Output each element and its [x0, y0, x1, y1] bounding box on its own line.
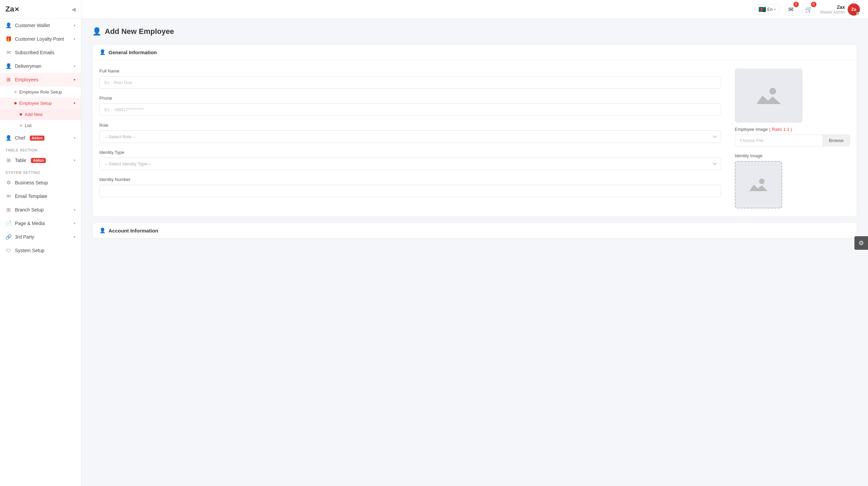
- sidebar-subitem-employee-setup[interactable]: Employee Setup ▾: [0, 98, 81, 109]
- user-role: Master Admin: [820, 10, 845, 15]
- identity-number-label: Identity Number: [99, 177, 721, 182]
- chevron-down-icon: ▾: [74, 208, 76, 212]
- table-icon: ⊞: [5, 157, 12, 163]
- sidebar-item-label: Subscribed Emails: [15, 50, 54, 55]
- employees-submenu: Employee Role Setup Employee Setup ▾ Add…: [0, 86, 81, 131]
- svg-point-0: [769, 88, 776, 95]
- phone-label: Phone: [99, 96, 721, 101]
- 3rd-party-icon: 🔗: [5, 234, 12, 240]
- general-info-card: 👤 General Information Full Name Phone: [92, 44, 857, 217]
- identity-type-select[interactable]: ---Select Identity Type---: [99, 158, 721, 170]
- dot-icon: [20, 113, 22, 116]
- sidebar-item-page-media[interactable]: 📄 Page & Media ▾: [0, 217, 81, 230]
- addon-badge: Addon: [31, 158, 46, 163]
- email-template-icon: ✉: [5, 193, 12, 199]
- employee-image-file-input: Choose File Browse: [735, 135, 850, 146]
- loyalty-icon: 🎁: [5, 36, 12, 42]
- dot-icon: [14, 91, 17, 93]
- settings-fab-button[interactable]: ⚙: [854, 236, 868, 250]
- identity-image-label: Identity Image: [735, 153, 763, 158]
- section-label: General Information: [108, 49, 157, 55]
- notifications-button[interactable]: ✉ 0: [785, 3, 797, 16]
- avatar[interactable]: Za: [848, 3, 860, 16]
- dot-icon: [14, 102, 17, 104]
- phone-input[interactable]: [99, 103, 721, 116]
- chevron-down-icon: ▾: [74, 64, 76, 68]
- cart-button[interactable]: 🛒 0: [803, 3, 815, 16]
- user-icon: 👤: [99, 49, 106, 55]
- main-content: 👤 Add New Employee 👤 General Information…: [81, 19, 868, 486]
- system-setting-label: SYSTEM SETTING: [0, 167, 81, 176]
- sidebar-item-label: 3rd Party: [15, 234, 34, 240]
- sidebar-subitem-label: Employee Setup: [19, 101, 52, 106]
- file-input-text: Choose File: [735, 135, 823, 146]
- sidebar-item-deliveryman[interactable]: 👤 Deliveryman ▾: [0, 59, 81, 73]
- logo-text: Za: [5, 5, 14, 13]
- email-icon: ✉: [5, 49, 12, 56]
- chevron-down-icon: ▾: [74, 101, 76, 105]
- online-indicator: [856, 12, 860, 15]
- customer-wallet-icon: 👤: [5, 22, 12, 28]
- svg-point-1: [759, 179, 765, 184]
- sidebar-item-subscribed-emails[interactable]: ✉ Subscribed Emails: [0, 46, 81, 59]
- sidebar-item-label: Employees: [15, 77, 38, 82]
- notifications-badge: 0: [793, 2, 799, 7]
- identity-image-placeholder-icon: [748, 176, 769, 194]
- sidebar-item-chef[interactable]: 👤 Chef Addon ▾: [0, 131, 81, 145]
- sidebar: Za✕ ◀ 👤 Customer Wallet ▾ 🎁 Customer Loy…: [0, 0, 81, 486]
- avatar-text: Za: [851, 7, 856, 12]
- language-label: En: [767, 7, 773, 12]
- chevron-down-icon: ▾: [74, 78, 76, 82]
- cart-icon: 🛒: [805, 6, 812, 13]
- identity-number-group: Identity Number: [99, 177, 721, 197]
- sidebar-item-branch-setup[interactable]: ⊞ Branch Setup ▾: [0, 203, 81, 217]
- sidebar-item-system-setup[interactable]: 🛡 System Setup: [0, 244, 81, 257]
- sidebar-item-3rd-party[interactable]: 🔗 3rd Party ▾: [0, 230, 81, 244]
- sidebar-subsubitem-add-new[interactable]: Add New: [0, 109, 81, 120]
- sidebar-item-customer-loyalty[interactable]: 🎁 Customer Loyalty Point ▾: [0, 32, 81, 46]
- sidebar-item-employees[interactable]: ⊞ Employees ▾: [0, 73, 81, 86]
- cart-badge: 0: [811, 2, 816, 7]
- phone-group: Phone: [99, 96, 721, 116]
- chevron-down-icon: ▾: [74, 136, 76, 140]
- sidebar-item-label: Customer Loyalty Point: [15, 36, 64, 42]
- sidebar-logo: Za✕ ◀: [0, 0, 81, 19]
- user-profile[interactable]: Zax Master Admin Za: [820, 3, 860, 16]
- sidebar-subsubitem-label: List: [25, 123, 32, 128]
- mail-icon: ✉: [788, 6, 793, 13]
- chevron-down-icon: ▾: [74, 37, 76, 41]
- identity-number-input[interactable]: [99, 185, 721, 197]
- browse-button[interactable]: Browse: [823, 135, 850, 146]
- full-name-label: Full Name: [99, 68, 721, 74]
- main-area: 🇧🇩 En ▾ ✉ 0 🛒 0 Zax Master Admin Za 👤: [81, 0, 868, 486]
- full-name-input[interactable]: [99, 76, 721, 89]
- language-selector[interactable]: 🇧🇩 En ▾: [755, 4, 780, 15]
- role-label: Role: [99, 123, 721, 128]
- chevron-down-icon: ▾: [774, 7, 776, 11]
- sidebar-item-label: Email Template: [15, 194, 47, 199]
- sidebar-subsubitem-label: Add New: [25, 112, 43, 117]
- gear-icon: ⚙: [859, 239, 864, 247]
- sidebar-item-label: Business Setup: [15, 180, 48, 185]
- sidebar-item-business-setup[interactable]: ⚙ Business Setup: [0, 176, 81, 189]
- chevron-down-icon: ▾: [74, 221, 76, 226]
- user-name: Zax: [820, 4, 845, 10]
- sidebar-subsubitem-list[interactable]: List: [0, 120, 81, 131]
- sidebar-subitem-label: Employee Role Setup: [19, 89, 62, 95]
- sidebar-item-customer-wallet[interactable]: 👤 Customer Wallet ▾: [0, 19, 81, 32]
- sidebar-item-label: System Setup: [15, 248, 44, 253]
- page-title-icon: 👤: [92, 27, 101, 36]
- sidebar-subitem-employee-role-setup[interactable]: Employee Role Setup: [0, 86, 81, 98]
- sidebar-item-label: Page & Media: [15, 221, 45, 226]
- identity-type-label: Identity Type: [99, 150, 721, 155]
- sidebar-item-table[interactable]: ⊞ Table Addon ▾: [0, 154, 81, 167]
- logo: Za✕: [5, 5, 19, 14]
- table-section-label: TABLE SECTION: [0, 145, 81, 154]
- role-select[interactable]: ---Select Role---: [99, 130, 721, 143]
- general-info-body: Full Name Phone Role ---Select: [93, 60, 857, 217]
- collapse-sidebar-button[interactable]: ◀: [72, 6, 76, 13]
- employee-image-preview: [735, 68, 803, 123]
- sidebar-item-email-template[interactable]: ✉ Email Template: [0, 189, 81, 203]
- account-section-label: Account Information: [108, 228, 158, 234]
- image-ratio-label: ( Ratio 1:1 ): [769, 127, 792, 132]
